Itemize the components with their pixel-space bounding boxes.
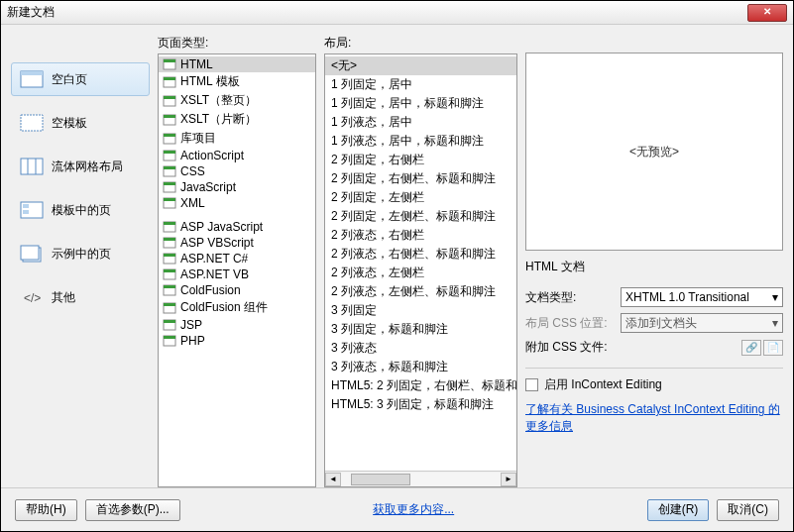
layout-item[interactable]: 1 列固定，居中 [325,75,516,94]
page-type-label: ASP JavaScript [180,220,263,234]
file-icon [163,58,176,70]
page-type-label: ASP VBScript [180,236,254,250]
layout-scrollbar[interactable]: ◄ ► [325,471,516,486]
layout-item[interactable]: 1 列固定，居中，标题和脚注 [325,94,516,113]
page-type-item[interactable]: ActionScript [159,148,315,163]
titlebar: 新建文档 ✕ [1,1,793,25]
learn-more-link[interactable]: 了解有关 Business Catalyst InContext Editing… [525,401,783,435]
page-type-label: HTML [180,57,213,71]
prefs-button[interactable]: 首选参数(P)... [85,499,180,521]
category-示例中的页[interactable]: 示例中的页 [11,237,150,270]
page-type-item[interactable]: ASP VBScript [159,235,315,251]
category-模板中的页[interactable]: 模板中的页 [11,193,150,227]
chevron-down-icon: ▾ [772,290,778,304]
page-type-list[interactable]: HTMLHTML 模板XSLT（整页）XSLT（片断）库项目ActionScri… [158,53,316,487]
page-type-header: 页面类型: [158,35,316,53]
page-type-item[interactable]: ASP.NET C# [159,251,315,266]
page-type-item[interactable]: HTML 模板 [159,72,315,91]
category-流体网格布局[interactable]: 流体网格布局 [11,150,150,183]
svg-rect-19 [164,115,175,118]
chevron-down-icon: ▾ [772,316,778,330]
page-type-item[interactable]: 库项目 [159,129,315,148]
page-type-item[interactable]: XSLT（整页） [159,91,315,110]
page-type-label: JavaScript [180,180,236,194]
help-button[interactable]: 帮助(H) [15,499,77,521]
category-其他[interactable]: </>其他 [11,280,150,314]
layout-item[interactable]: 2 列液态，左侧栏 [325,264,516,282]
category-label: 模板中的页 [52,202,111,219]
category-空白页[interactable]: 空白页 [11,62,150,96]
category-label: 流体网格布局 [52,159,123,175]
layout-item[interactable]: 3 列固定 [325,301,516,320]
svg-rect-10 [21,246,39,260]
incontext-checkbox[interactable] [525,378,538,391]
layout-item[interactable]: 3 列固定，标题和脚注 [325,320,516,339]
get-more-link[interactable]: 获取更多内容... [373,502,454,516]
scroll-left-button[interactable]: ◄ [325,473,341,486]
page-type-label: XML [180,196,205,210]
page-type-item[interactable]: HTML [159,56,315,72]
page-type-label: ASP.NET VB [180,267,249,281]
svg-rect-35 [164,254,175,257]
file-icon [163,150,176,161]
category-icon [20,244,44,264]
layout-item[interactable]: 2 列固定，左侧栏 [325,188,516,207]
page-type-label: JSP [180,318,202,332]
scroll-thumb[interactable] [351,474,410,485]
category-icon [20,157,44,176]
layout-item[interactable]: 2 列液态，左侧栏、标题和脚注 [325,282,516,301]
layout-item[interactable]: 2 列液态，右侧栏、标题和脚注 [325,245,516,264]
layout-item[interactable]: 1 列液态，居中，标题和脚注 [325,132,516,151]
svg-rect-29 [164,198,175,201]
page-type-item[interactable]: ASP.NET VB [159,266,315,282]
svg-rect-3 [21,159,43,174]
page-type-label: 库项目 [180,130,216,147]
layout-item[interactable]: HTML5: 2 列固定，右侧栏、标题和脚注 [325,376,516,395]
close-button[interactable]: ✕ [747,4,787,22]
file-icon [163,284,176,296]
doctype-select[interactable]: XHTML 1.0 Transitional ▾ [621,287,783,307]
layout-item[interactable]: <无> [325,56,516,75]
page-type-label: ColdFusion [180,283,241,297]
svg-rect-1 [21,71,43,75]
file-icon [163,237,176,249]
layout-item[interactable]: HTML5: 3 列固定，标题和脚注 [325,395,516,414]
layout-item[interactable]: 2 列固定，右侧栏、标题和脚注 [325,169,516,188]
layout-item[interactable]: 2 列固定，右侧栏 [325,151,516,169]
page-type-item[interactable]: ColdFusion [159,282,315,298]
scroll-right-button[interactable]: ► [501,473,516,486]
page-type-item[interactable]: XSLT（片断） [159,110,315,129]
create-button[interactable]: 创建(R) [647,499,710,521]
dialog-title: 新建文档 [7,4,747,21]
svg-rect-33 [164,238,175,241]
category-panel: 空白页空模板流体网格布局模板中的页示例中的页</>其他 [11,35,150,487]
page-type-label: XSLT（片断） [180,111,257,128]
file-icon [163,165,176,177]
link-css-button[interactable]: 🔗 [741,340,761,356]
layout-item[interactable]: 2 列固定，左侧栏、标题和脚注 [325,207,516,226]
page-type-item[interactable]: ColdFusion 组件 [159,298,315,317]
category-空模板[interactable]: 空模板 [11,106,150,140]
layout-list[interactable]: <无>1 列固定，居中1 列固定，居中，标题和脚注1 列液态，居中1 列液态，居… [324,53,517,487]
layout-item[interactable]: 1 列液态，居中 [325,113,516,132]
category-icon [20,69,44,89]
page-type-item[interactable]: JavaScript [159,179,315,195]
svg-rect-8 [23,210,29,214]
svg-rect-15 [164,77,175,80]
page-type-item[interactable]: JSP [159,317,315,333]
svg-rect-43 [164,320,175,323]
page-type-item[interactable]: ASP JavaScript [159,219,315,235]
file-icon [163,114,176,126]
layout-item[interactable]: 3 列液态 [325,339,516,358]
footer: 帮助(H) 首选参数(P)... 获取更多内容... 创建(R) 取消(C) [1,487,793,531]
svg-rect-17 [164,96,175,99]
page-type-item[interactable]: CSS [159,163,315,179]
browse-css-button[interactable]: 📄 [763,340,783,356]
category-label: 空模板 [52,115,87,132]
cancel-button[interactable]: 取消(C) [717,499,779,521]
page-type-item[interactable]: PHP [159,333,315,349]
layout-item[interactable]: 3 列液态，标题和脚注 [325,358,516,376]
layout-item[interactable]: 2 列液态，右侧栏 [325,226,516,245]
page-type-item[interactable]: XML [159,195,315,211]
category-label: 空白页 [52,71,87,88]
